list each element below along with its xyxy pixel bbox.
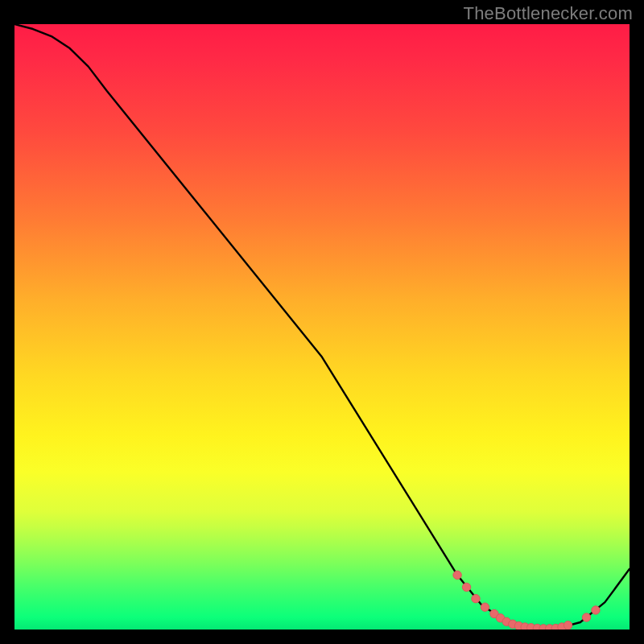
chart-dot: [592, 606, 600, 614]
chart-plot-area: [14, 24, 630, 630]
watermark-text: TheBottlenecker.com: [464, 3, 633, 24]
chart-dot: [564, 621, 572, 630]
chart-dot: [453, 571, 461, 579]
chart-dot: [481, 603, 489, 611]
chart-frame: TheBottlenecker.com: [0, 0, 644, 644]
chart-dot: [462, 583, 470, 591]
chart-dots: [453, 571, 600, 630]
chart-dot: [472, 594, 480, 602]
chart-curve: [14, 24, 630, 629]
chart-svg: [14, 24, 630, 630]
chart-dot: [582, 613, 590, 621]
